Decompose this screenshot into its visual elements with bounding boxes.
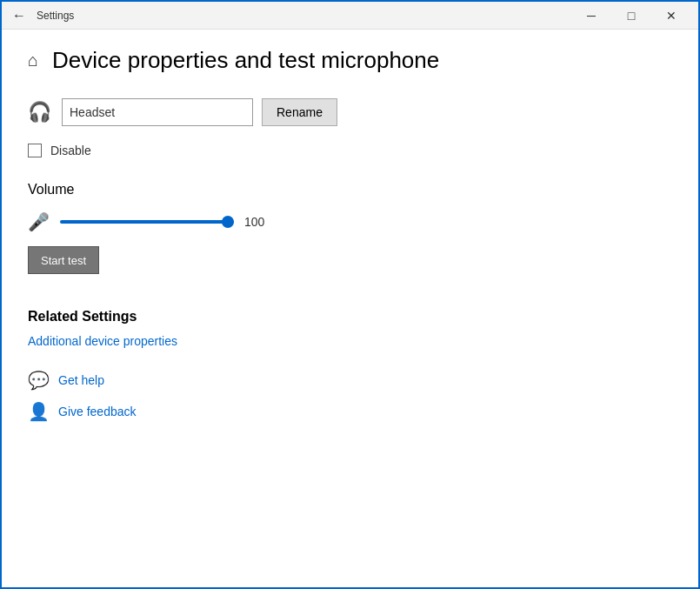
device-name-input[interactable] [62, 98, 253, 126]
get-help-icon: 💬 [28, 370, 50, 391]
get-help-link[interactable]: Get help [58, 373, 104, 387]
volume-slider-container [60, 213, 234, 231]
get-help-item: 💬 Get help [28, 370, 672, 391]
volume-section: Volume 🎤 100 Start test [28, 182, 672, 274]
minimize-button[interactable]: ─ [571, 2, 611, 30]
volume-value: 100 [244, 215, 270, 229]
give-feedback-link[interactable]: Give feedback [58, 405, 137, 418]
help-section: 💬 Get help 👤 Give feedback [28, 370, 672, 422]
main-content: ⌂ Device properties and test microphone … [2, 30, 698, 587]
microphone-icon: 🎤 [28, 211, 50, 232]
home-icon: ⌂ [28, 50, 38, 70]
headset-icon: 🎧 [28, 101, 51, 124]
disable-checkbox[interactable] [28, 144, 42, 157]
titlebar: ← Settings ─ □ ✕ [2, 2, 698, 30]
page-title: Device properties and test microphone [52, 47, 439, 74]
maximize-button[interactable]: □ [611, 2, 651, 30]
additional-device-properties-link[interactable]: Additional device properties [28, 334, 177, 348]
close-button[interactable]: ✕ [651, 2, 691, 30]
start-test-button[interactable]: Start test [28, 246, 99, 274]
volume-row: 🎤 100 [28, 211, 672, 232]
disable-row: Disable [28, 144, 672, 157]
window-title: Settings [37, 10, 571, 22]
disable-label: Disable [50, 144, 91, 157]
related-settings-title: Related Settings [28, 309, 672, 325]
page-header: ⌂ Device properties and test microphone [28, 47, 672, 74]
volume-slider[interactable] [60, 220, 234, 224]
device-name-row: 🎧 Rename [28, 98, 672, 126]
give-feedback-item: 👤 Give feedback [28, 401, 672, 422]
related-settings: Related Settings Additional device prope… [28, 309, 672, 349]
give-feedback-icon: 👤 [28, 401, 50, 422]
rename-button[interactable]: Rename [262, 98, 337, 126]
window-controls: ─ □ ✕ [571, 2, 691, 30]
settings-window: ← Settings ─ □ ✕ ⌂ Device properties and… [0, 0, 700, 589]
volume-label: Volume [28, 182, 672, 197]
back-button[interactable]: ← [9, 6, 30, 25]
